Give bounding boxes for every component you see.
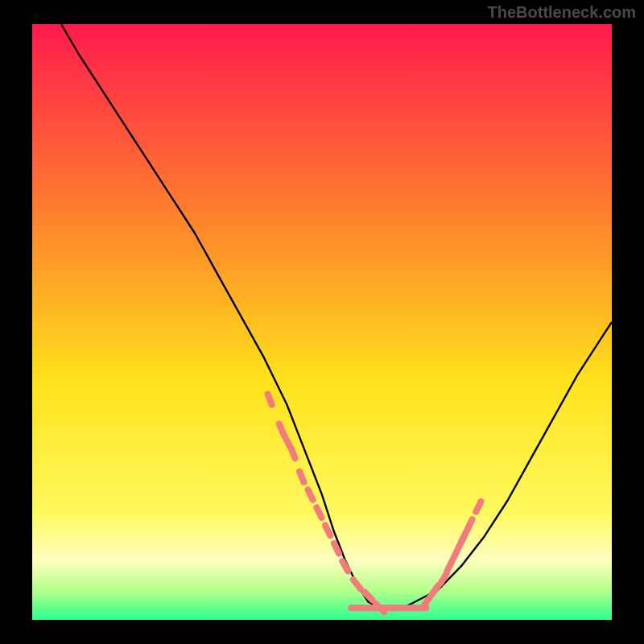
svg-line-4 (299, 472, 303, 482)
svg-line-24 (453, 549, 458, 559)
svg-line-8 (334, 543, 339, 554)
svg-line-1 (279, 424, 283, 435)
svg-line-23 (447, 561, 452, 572)
svg-line-7 (325, 526, 330, 536)
svg-line-2 (285, 436, 290, 447)
svg-line-6 (316, 508, 321, 518)
plot-background (32, 24, 612, 620)
svg-line-0 (268, 394, 272, 405)
svg-line-5 (308, 489, 313, 500)
svg-line-3 (291, 448, 295, 458)
svg-line-27 (468, 519, 473, 530)
chart-container: TheBottleneck.com (0, 0, 644, 644)
svg-line-28 (476, 502, 481, 512)
svg-line-26 (461, 531, 466, 542)
chart-svg (0, 0, 644, 644)
watermark-text: TheBottleneck.com (488, 3, 636, 22)
